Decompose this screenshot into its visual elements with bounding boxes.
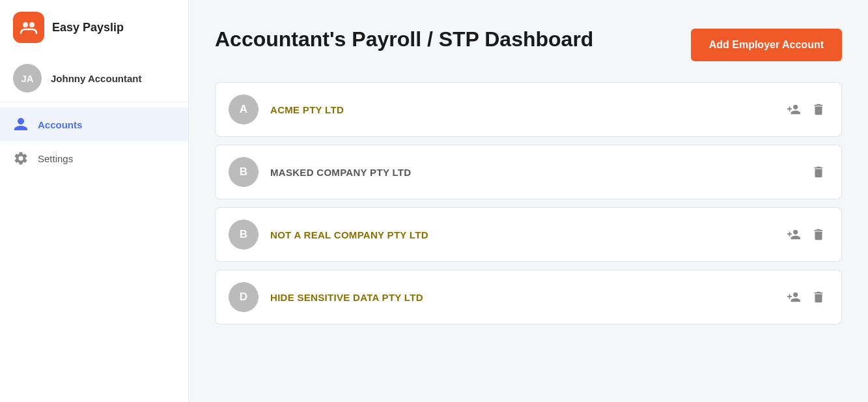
account-actions (784, 287, 828, 307)
account-name: NOT A REAL COMPANY PTY LTD (270, 229, 772, 240)
account-avatar: B (229, 157, 259, 187)
sidebar-item-accounts[interactable]: Accounts (0, 108, 188, 141)
delete-account-button[interactable] (809, 100, 828, 119)
account-avatar: A (229, 94, 259, 124)
logo-area: Easy Payslip (0, 0, 188, 55)
account-card[interactable]: DHIDE SENSITIVE DATA PTY LTD (215, 270, 842, 324)
avatar: JA (13, 64, 42, 93)
settings-nav-label: Settings (38, 153, 73, 164)
add-user-button[interactable] (784, 287, 804, 307)
account-name: HIDE SENSITIVE DATA PTY LTD (270, 292, 772, 303)
person-icon (13, 117, 29, 132)
add-employer-button[interactable]: Add Employer Account (691, 29, 842, 61)
delete-account-button[interactable] (809, 287, 828, 307)
add-user-button[interactable] (784, 100, 804, 119)
sidebar-item-settings[interactable]: Settings (0, 141, 188, 175)
sidebar: Easy Payslip JA Johnny Accountant Accoun… (0, 0, 189, 402)
delete-account-button[interactable] (809, 162, 828, 182)
account-avatar: B (229, 220, 259, 250)
main-content: Accountant's Payroll / STP Dashboard Add… (189, 0, 868, 402)
account-name: MASKED COMPANY PTY LTD (270, 167, 797, 178)
user-profile: JA Johnny Accountant (0, 55, 188, 102)
account-card[interactable]: AACME PTY LTD (215, 82, 842, 137)
account-avatar: D (229, 282, 259, 312)
account-card[interactable]: BNOT A REAL COMPANY PTY LTD (215, 207, 842, 262)
accounts-list: AACME PTY LTDBMASKED COMPANY PTY LTDBNOT… (215, 82, 842, 324)
account-card[interactable]: BMASKED COMPANY PTY LTD (215, 145, 842, 199)
app-logo-icon (13, 12, 44, 43)
account-name: ACME PTY LTD (270, 104, 772, 115)
main-header: Accountant's Payroll / STP Dashboard Add… (215, 26, 842, 61)
user-name: Johnny Accountant (51, 73, 141, 84)
account-actions (784, 100, 828, 119)
add-user-button[interactable] (784, 225, 804, 244)
account-actions (809, 162, 828, 182)
account-actions (784, 225, 828, 244)
page-title: Accountant's Payroll / STP Dashboard (215, 26, 593, 52)
sidebar-nav: Accounts Settings (0, 102, 188, 180)
gear-icon (13, 151, 29, 166)
app-logo-text: Easy Payslip (52, 21, 124, 35)
svg-point-0 (23, 22, 28, 27)
delete-account-button[interactable] (809, 225, 828, 244)
svg-point-1 (29, 22, 35, 27)
accounts-nav-label: Accounts (38, 119, 82, 130)
